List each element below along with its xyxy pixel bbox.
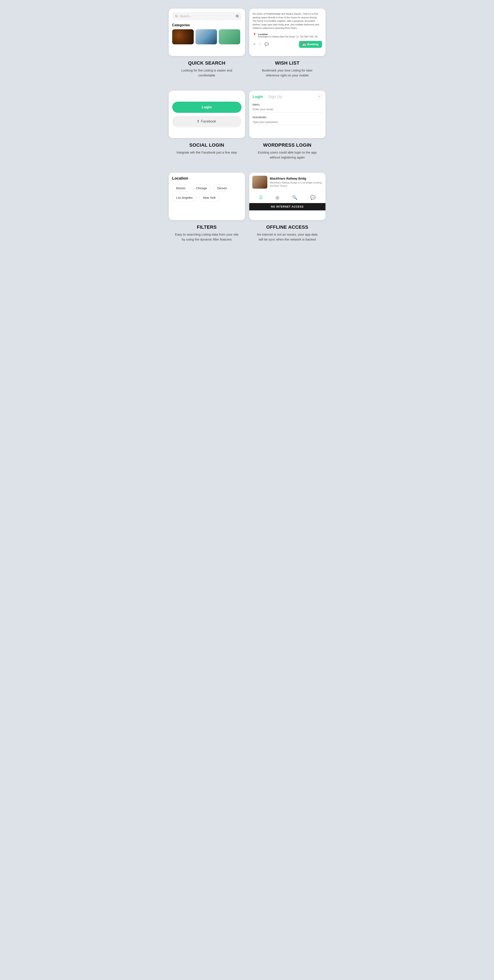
tab-signup[interactable]: Sign Up bbox=[268, 94, 282, 99]
wp-tabs: Login Sign Up bbox=[253, 94, 282, 99]
booking-calendar-icon: 📅 bbox=[302, 43, 306, 46]
offline-bottom-nav: ☰ ◎ 🔍 💬 bbox=[249, 192, 326, 203]
category-image-partial bbox=[219, 29, 240, 45]
feature-cell-filters: Location Boston Chicago Denver Los Angel… bbox=[169, 173, 245, 242]
wp-login-header: Login Sign Up × bbox=[253, 94, 322, 99]
quick-search-card: Search... ⚙ Categories bbox=[169, 9, 245, 56]
offline-access-card: Blackfriars Railway Bridg Blackfriars Ra… bbox=[249, 173, 326, 220]
email-label: EMAIL bbox=[253, 103, 322, 106]
feature-cell-wish-list: the action of Knightsbridge and Sloane S… bbox=[249, 9, 326, 78]
chip-chicago[interactable]: Chicago bbox=[192, 185, 211, 192]
page-wrapper: Search... ⚙ Categories QUICK bbox=[164, 0, 330, 263]
offline-listing-info: Blackfriars Railway Bridg Blackfriars Ra… bbox=[270, 177, 322, 188]
login-button[interactable]: Login bbox=[172, 102, 241, 113]
feature-cell-social-login: Login f Facebook SOCIAL LOGIN Integrate … bbox=[169, 91, 245, 160]
location-chips: Boston Chicago Denver Los Angeles New Yo… bbox=[172, 185, 241, 201]
wordpress-login-title: WORDPRESS LOGIN bbox=[263, 142, 311, 148]
svg-line-1 bbox=[177, 17, 178, 18]
wish-list-card: the action of Knightsbridge and Sloane S… bbox=[249, 9, 326, 56]
password-input[interactable] bbox=[253, 120, 322, 125]
facebook-login-button[interactable]: f Facebook bbox=[172, 116, 241, 127]
feature-row-1: Search... ⚙ Categories QUICK bbox=[169, 9, 326, 78]
tab-login[interactable]: Login bbox=[253, 94, 263, 99]
location-row: 📍 Location Kensington & Chelsea Nam Pai … bbox=[253, 33, 322, 38]
location-label: Location bbox=[258, 33, 318, 35]
offline-listing-title: Blackfriars Railway Bridg bbox=[270, 177, 322, 180]
filters-title: FILTERS bbox=[197, 224, 216, 230]
feature-cell-wordpress-login: Login Sign Up × EMAIL PASSWORD WORDPRESS… bbox=[249, 91, 326, 160]
categories-images bbox=[172, 29, 241, 45]
svg-point-0 bbox=[175, 15, 177, 17]
wishlist-description: the action of Knightsbridge and Sloane S… bbox=[253, 12, 322, 30]
offline-access-title: OFFLINE ACCESS bbox=[266, 224, 308, 230]
booking-label: Booking bbox=[307, 43, 319, 46]
wish-list-title: WISH LIST bbox=[275, 60, 300, 66]
search-icon bbox=[175, 14, 178, 18]
quick-search-title: QUICK SEARCH bbox=[188, 60, 226, 66]
feature-row-2: Login f Facebook SOCIAL LOGIN Integrate … bbox=[169, 91, 326, 160]
location-details: Location Kensington & Chelsea Nam Pai Ch… bbox=[258, 33, 318, 38]
password-label: PASSWORD bbox=[253, 116, 322, 119]
feature-cell-offline-access: Blackfriars Railway Bridg Blackfriars Ra… bbox=[249, 173, 326, 242]
location-filter-title: Location bbox=[172, 176, 241, 181]
filter-icon[interactable]: ⚙ bbox=[235, 14, 239, 19]
categories-label: Categories bbox=[172, 23, 241, 27]
email-input[interactable] bbox=[253, 108, 322, 112]
comment-icon[interactable]: 💬 bbox=[265, 42, 269, 46]
feature-row-3: Location Boston Chicago Denver Los Angel… bbox=[169, 173, 326, 242]
filters-desc: Easy to searching Listing data from your… bbox=[175, 232, 239, 242]
close-icon: × bbox=[319, 95, 320, 98]
social-login-title: SOCIAL LOGIN bbox=[189, 142, 224, 148]
location-value: Kensington & Chelsea Nam Pai Chuan, 11, … bbox=[258, 35, 318, 38]
bottom-nav-chat-icon[interactable]: 💬 bbox=[310, 195, 316, 200]
offline-access-desc: No Internet is not an issues, your app d… bbox=[255, 232, 320, 242]
wordpress-login-card: Login Sign Up × EMAIL PASSWORD bbox=[249, 91, 326, 138]
heart-icon[interactable]: ♡ bbox=[259, 42, 262, 46]
chip-denver[interactable]: Denver bbox=[213, 185, 231, 192]
filters-card: Location Boston Chicago Denver Los Angel… bbox=[169, 173, 245, 220]
bottom-nav-search-icon[interactable]: 🔍 bbox=[292, 195, 297, 200]
chip-boston[interactable]: Boston bbox=[172, 185, 190, 192]
social-login-card: Login f Facebook bbox=[169, 91, 245, 138]
wish-list-desc: Bookmark your love Listing for later ref… bbox=[255, 68, 320, 78]
chip-new-york[interactable]: New York bbox=[199, 194, 220, 201]
search-bar[interactable]: Search... ⚙ bbox=[172, 12, 241, 20]
quick-search-desc: Looking for the Listing is easier and co… bbox=[175, 68, 239, 78]
category-image-food bbox=[172, 29, 194, 45]
booking-button[interactable]: 📅 Booking bbox=[299, 41, 322, 48]
close-button[interactable]: × bbox=[317, 94, 322, 99]
wordpress-login-desc: Existing users could able login to the a… bbox=[255, 150, 320, 160]
no-internet-bar: NO INTERNET ACCESS bbox=[249, 203, 326, 210]
offline-listing-image bbox=[252, 176, 267, 189]
category-image-building bbox=[195, 29, 217, 45]
feature-cell-quick-search: Search... ⚙ Categories QUICK bbox=[169, 9, 245, 78]
chip-los-angeles[interactable]: Los Angeles bbox=[172, 194, 197, 201]
bottom-nav-list-icon[interactable]: ☰ bbox=[259, 195, 263, 200]
facebook-label: Facebook bbox=[201, 119, 216, 123]
offline-listing-desc: Blackfriars Railway Bridge is a rai brid… bbox=[270, 181, 322, 188]
facebook-icon: f bbox=[197, 119, 199, 124]
share-icon[interactable]: ⇗ bbox=[253, 42, 256, 46]
action-row: ⇗ ♡ 💬 📅 Booking bbox=[253, 41, 322, 48]
search-placeholder: Search... bbox=[180, 14, 234, 18]
social-login-desc: Integrate wih the Facebook just a few st… bbox=[176, 150, 237, 155]
offline-listing-row: Blackfriars Railway Bridg Blackfriars Ra… bbox=[249, 173, 326, 192]
location-pin-icon: 📍 bbox=[253, 33, 256, 37]
bottom-nav-pin-icon[interactable]: ◎ bbox=[275, 195, 279, 200]
